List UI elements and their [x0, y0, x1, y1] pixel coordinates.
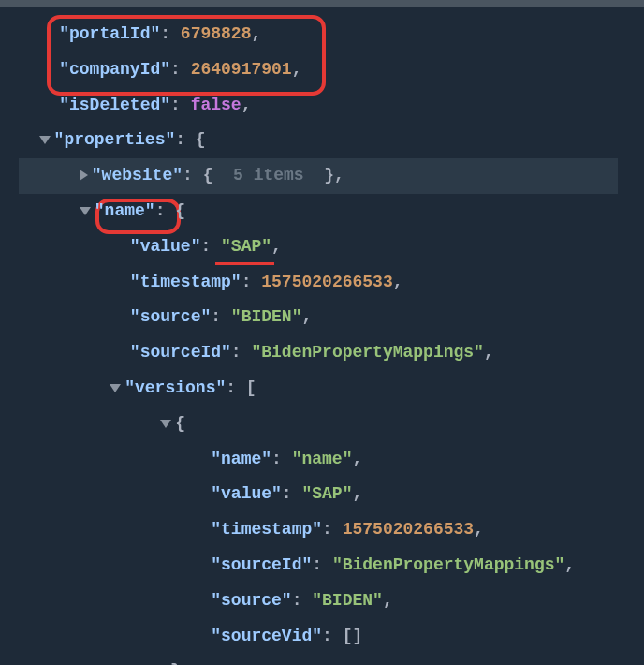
json-string: "BidenPropertyMappings"	[332, 555, 564, 574]
json-string: "name"	[292, 450, 353, 468]
json-key: "properties"	[54, 130, 176, 149]
json-key: "isDeleted"	[59, 96, 170, 114]
window-titlebar	[0, 0, 644, 7]
json-key: "name"	[95, 201, 155, 220]
json-number: 6798828	[181, 24, 252, 43]
json-line[interactable]: "portalId": 6798828,	[19, 17, 644, 52]
json-line[interactable]: "timestamp": 1575020266533,	[19, 512, 644, 548]
json-key: "website"	[92, 166, 183, 185]
chevron-down-icon[interactable]	[110, 384, 121, 392]
json-line[interactable]: "source": "BIDEN",	[19, 584, 644, 619]
json-key: "source"	[211, 591, 291, 610]
json-line[interactable]: "versions": [	[19, 371, 644, 406]
collapsed-summary: 5 items	[233, 166, 304, 185]
json-line[interactable]: "value": "SAP",	[19, 477, 644, 512]
chevron-down-icon[interactable]	[80, 207, 91, 215]
json-viewer[interactable]: "portalId": 6798828, "companyId": 264091…	[0, 7, 644, 665]
json-key: "companyId"	[59, 60, 170, 79]
json-line[interactable]: "name": {	[19, 194, 644, 229]
json-key: "timestamp"	[130, 273, 242, 291]
json-number: 2640917901	[191, 60, 292, 79]
json-key: "portalId"	[59, 24, 160, 43]
json-line[interactable]: "isDeleted": false,	[19, 88, 644, 124]
json-string: "BIDEN"	[231, 307, 302, 326]
json-line[interactable]: "timestamp": 1575020266533,	[19, 265, 644, 301]
json-number: 1575020266533	[261, 273, 392, 291]
json-key: "sourceId"	[211, 555, 312, 574]
json-literal: false	[191, 96, 242, 114]
json-line[interactable]: "value": "SAP",	[19, 229, 644, 265]
json-line-collapsed[interactable]: "website": { 5 items },	[19, 158, 618, 194]
json-key: "sourceId"	[130, 343, 231, 362]
json-string: "BIDEN"	[312, 591, 383, 610]
json-line[interactable]: }	[19, 654, 644, 665]
json-line[interactable]: "properties": {	[19, 123, 644, 158]
json-number: 1575020266533	[343, 520, 474, 539]
json-key: "value"	[211, 484, 282, 503]
json-line[interactable]: "companyId": 2640917901,	[19, 52, 644, 88]
json-line[interactable]: {	[19, 406, 644, 442]
json-key: "timestamp"	[211, 520, 322, 539]
json-key: "source"	[130, 307, 211, 326]
json-line[interactable]: "sourceVid": []	[19, 619, 644, 655]
json-key: "name"	[211, 450, 271, 468]
chevron-right-icon[interactable]	[80, 170, 88, 181]
json-line[interactable]: "sourceId": "BidenPropertyMappings",	[19, 335, 644, 371]
json-line[interactable]: "source": "BIDEN",	[19, 300, 644, 335]
json-key: "versions"	[124, 378, 226, 397]
json-string: "BidenPropertyMappings"	[251, 343, 483, 362]
chevron-down-icon[interactable]	[39, 136, 51, 144]
json-key: "value"	[130, 237, 201, 256]
chevron-down-icon[interactable]	[160, 420, 171, 428]
json-key: "sourceVid"	[211, 627, 322, 645]
json-string: "SAP"	[301, 484, 352, 503]
json-line[interactable]: "name": "name",	[19, 442, 644, 478]
json-line[interactable]: "sourceId": "BidenPropertyMappings",	[19, 548, 644, 584]
json-string: "SAP"	[221, 237, 271, 256]
